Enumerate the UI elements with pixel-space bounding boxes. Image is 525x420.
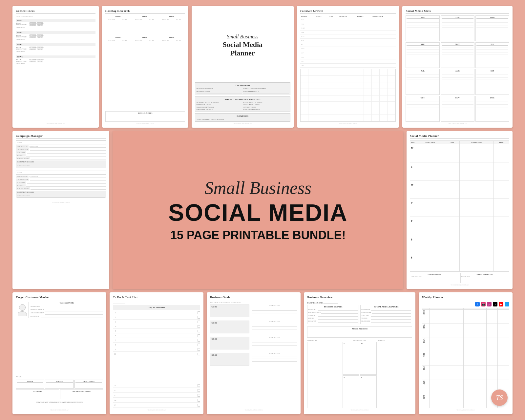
topic-section-4: TOPIC IDEA &DESCRIPTION FACEBOOK INSTAGR… bbox=[16, 55, 95, 65]
hero-script-text: Small Business bbox=[204, 178, 311, 198]
pinterest-icon: p bbox=[487, 302, 492, 306]
twitter-icon: t bbox=[505, 302, 509, 306]
youtube-icon: ▶ bbox=[499, 302, 503, 306]
content-ideas-title: Content Ideas bbox=[16, 9, 95, 14]
hero-panel: Small Business SOCIAL MEDIA 15 PAGE PRIN… bbox=[113, 131, 403, 289]
business-overview-card: Business Overview BUSINESS NAME ________… bbox=[304, 292, 415, 414]
topic-section-2: TOPIC IDEA &DESCRIPTION FACEBOOK INSTAGR… bbox=[16, 31, 95, 41]
todo-list-card: To Do & Task List _______________ Top 10… bbox=[110, 292, 203, 414]
business-goals-card: Business Goals TITLE FOR OUR BUSINESS GO… bbox=[207, 292, 301, 414]
hashtag-research-card: Hashtag Research TOPIC POPULAR NICHE bbox=[102, 6, 188, 128]
weekly-planner-card: Weekly Planner f 📷 p ♪ ▶ t bbox=[419, 292, 513, 414]
topic-section-1: TOPIC IDEA &DESCRIPTION FACEBOOK INSTAGR… bbox=[16, 19, 95, 29]
follower-growth-title: Follower Growth bbox=[300, 9, 396, 14]
campaign-manager-title: Campaign Manager bbox=[16, 134, 106, 139]
goal-section-4: GOAL ACTION STEPS bbox=[210, 353, 297, 366]
planner-script: Small Business bbox=[227, 34, 258, 40]
planner-main-title: Social MediaPlanner bbox=[223, 40, 263, 58]
todo-priorities-header: Top 10 Priorities bbox=[114, 306, 199, 309]
business-goals-title: Business Goals bbox=[210, 296, 297, 300]
goal-section-3: GOAL ACTION STEPS bbox=[210, 337, 297, 349]
social-media-stats-card: Social Media Stats JAN FEB MAR APR MAY J… bbox=[402, 6, 513, 128]
goal-section-1: GOAL ACTION STEPS bbox=[210, 304, 297, 317]
tiktok-icon: ♪ bbox=[493, 302, 497, 306]
goal-section-2: GOAL ACTION STEPS bbox=[210, 321, 297, 333]
topic-section-3: TOPIC IDEA &DESCRIPTION FACEBOOK INSTAGR… bbox=[16, 43, 95, 53]
small-business-planner-card: Small Business Social MediaPlanner The B… bbox=[192, 6, 294, 128]
ts-logo: TS bbox=[491, 389, 508, 406]
social-media-planner-card: Social Media Planner DAY PLATFORM POST S… bbox=[407, 131, 513, 289]
instagram-icon: 📷 bbox=[481, 302, 486, 306]
todo-list-title: To Do & Task List bbox=[113, 296, 200, 300]
facebook-icon: f bbox=[475, 302, 480, 306]
hashtag-research-title: Hashtag Research bbox=[105, 9, 185, 14]
target-customer-title: Target Customer Market bbox=[16, 296, 103, 300]
business-overview-title: Business Overview bbox=[307, 296, 412, 300]
campaign-section-1: NAME DESCRIPTION CAMPAIGN LAUNCH DATE PL… bbox=[16, 140, 106, 169]
campaign-section-2: NAME DESCRIPTION CAMPAIGN LAUNCH DATE PL… bbox=[16, 171, 106, 199]
content-ideas-card: Content Ideas TOPIC COORDINATION ____ TO… bbox=[12, 6, 99, 128]
target-customer-card: Target Customer Market Customer Profile … bbox=[12, 292, 106, 414]
social-media-planner-title: Social Media Planner bbox=[410, 134, 509, 139]
ts-logo-text: TS bbox=[496, 394, 503, 402]
weekly-planner-title: Weekly Planner bbox=[422, 296, 509, 300]
hero-sub-text: 15 PAGE PRINTABLE BUNDLE! bbox=[170, 228, 346, 242]
campaign-manager-card: Campaign Manager NAME DESCRIPTION CAMPAI… bbox=[12, 131, 109, 289]
hero-bold-text: SOCIAL MEDIA bbox=[168, 201, 348, 224]
social-media-stats-title: Social Media Stats bbox=[406, 9, 509, 14]
follower-growth-card: Follower Growth MONTH START END GROWTH D… bbox=[297, 6, 399, 128]
